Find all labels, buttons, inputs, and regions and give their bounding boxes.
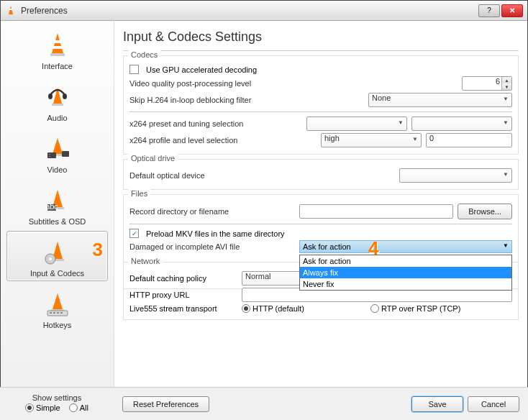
- sidebar-item-subtitles[interactable]: abc Subtitles & OSD: [6, 179, 108, 229]
- svg-rect-16: [62, 151, 69, 157]
- live555-label: Live555 stream transport: [129, 304, 237, 313]
- x264-preset-select[interactable]: [306, 117, 407, 131]
- gpu-label: Use GPU accelerated decoding: [146, 65, 257, 74]
- svg-rect-13: [47, 152, 56, 158]
- sidebar-item-label: Subtitles & OSD: [29, 217, 86, 226]
- avi-dropdown-list: Ask for action Always fix Never fix: [299, 255, 512, 291]
- sidebar-item-label: Audio: [47, 114, 67, 122]
- annotation-3: 3: [93, 239, 103, 261]
- cone-subtitles-icon: abc: [42, 184, 73, 216]
- svg-rect-31: [60, 312, 63, 314]
- svg-point-9: [48, 93, 53, 99]
- group-title: Files: [128, 189, 150, 198]
- x264-preset-label: x264 preset and tuning selection: [129, 119, 295, 128]
- preload-checkbox[interactable]: ✓: [129, 229, 139, 238]
- avi-label: Damaged or incomplete AVI file: [129, 242, 295, 251]
- bottom-bar: Show settings Simple All Reset Preferenc…: [0, 387, 528, 420]
- all-radio[interactable]: All: [69, 403, 88, 412]
- avi-select[interactable]: Ask for action ▼: [299, 240, 512, 253]
- http-radio[interactable]: HTTP (default): [242, 304, 304, 313]
- spin-up[interactable]: ▲: [502, 77, 511, 83]
- cone-film-icon: [42, 132, 73, 164]
- svg-rect-4: [50, 53, 65, 56]
- gpu-checkbox[interactable]: [129, 65, 139, 74]
- svg-rect-14: [49, 154, 50, 155]
- close-button[interactable]: ✕: [501, 4, 523, 17]
- avi-option-never-fix[interactable]: Never fix: [300, 278, 511, 290]
- sidebar-item-label: Hotkeys: [43, 321, 72, 329]
- app-icon: [5, 5, 17, 17]
- sidebar-item-label: Video: [47, 165, 68, 174]
- window-title: Preferences: [21, 6, 478, 16]
- svg-marker-11: [53, 138, 63, 154]
- skip-label: Skip H.264 in-loop deblocking filter: [129, 96, 295, 104]
- sidebar-item-input-codecs[interactable]: Input & Codecs 3: [6, 231, 108, 281]
- titlebar: Preferences ? ✕: [1, 1, 527, 21]
- svg-marker-25: [53, 293, 63, 309]
- record-label: Record directory or filename: [129, 207, 295, 216]
- sidebar-item-label: Interface: [42, 62, 73, 70]
- svg-rect-30: [57, 312, 59, 314]
- svg-rect-8: [52, 104, 63, 106]
- optical-default-select[interactable]: [399, 168, 512, 183]
- group-title: Network: [128, 257, 163, 265]
- cone-keyboard-icon: [42, 288, 73, 319]
- window-body: Interface Audio Video abc Subtitles & OS…: [1, 21, 527, 419]
- show-settings: Show settings Simple All: [0, 393, 114, 415]
- x264-profile-select[interactable]: high: [321, 133, 422, 147]
- group-title: Codecs: [128, 50, 160, 59]
- sidebar-item-video[interactable]: Video: [6, 127, 108, 178]
- x264-tuning-select[interactable]: [411, 117, 512, 131]
- optical-default-label: Default optical device: [129, 171, 295, 180]
- browse-button[interactable]: Browse...: [458, 204, 512, 219]
- svg-rect-28: [50, 312, 52, 314]
- content-area: Input & Codecs Settings Codecs Use GPU a…: [114, 21, 527, 419]
- preferences-window: Preferences ? ✕ Interface Audio Video ab…: [0, 0, 528, 420]
- cone-icon: [42, 29, 73, 60]
- codecs-group: Codecs Use GPU accelerated decoding Vide…: [123, 55, 519, 155]
- proxy-label: HTTP proxy URL: [129, 291, 237, 299]
- group-title: Optical drive: [128, 154, 178, 163]
- optical-group: Optical drive Default optical device: [123, 159, 519, 190]
- skip-select[interactable]: None: [368, 93, 512, 107]
- help-button[interactable]: ?: [478, 4, 500, 17]
- cache-label: Default caching policy: [129, 274, 237, 283]
- svg-point-24: [49, 257, 52, 260]
- show-settings-title: Show settings: [32, 393, 81, 402]
- svg-rect-6: [53, 46, 63, 49]
- avi-option-ask[interactable]: Ask for action: [300, 255, 511, 267]
- x264-level-input[interactable]: 0: [426, 133, 512, 147]
- cone-disc-icon: [42, 236, 73, 268]
- vq-value: 6: [496, 77, 500, 86]
- spin-down[interactable]: ▼: [502, 83, 511, 90]
- record-input[interactable]: [299, 204, 453, 219]
- vq-label: Video quality post-processing level: [129, 79, 295, 88]
- svg-rect-15: [49, 156, 50, 157]
- x264-profile-label: x264 profile and level selection: [129, 136, 295, 145]
- cancel-button[interactable]: Cancel: [468, 396, 519, 412]
- svg-rect-5: [54, 40, 61, 43]
- preload-label: Preload MKV files in the same directory: [146, 229, 285, 238]
- svg-rect-29: [53, 312, 55, 314]
- vq-spinbox[interactable]: 6 ▲▼: [462, 76, 512, 91]
- save-button[interactable]: Save: [411, 396, 463, 412]
- cone-headphones-icon: [42, 81, 73, 112]
- rtp-radio[interactable]: RTP over RTSP (TCP): [370, 304, 460, 313]
- svg-text:abc: abc: [45, 202, 58, 211]
- avi-option-always-fix[interactable]: Always fix: [300, 267, 511, 278]
- sidebar-item-label: Input & Codecs: [30, 269, 84, 278]
- sidebar-item-interface[interactable]: Interface: [6, 24, 108, 74]
- simple-radio[interactable]: Simple: [25, 403, 60, 412]
- divider: [123, 50, 519, 51]
- reset-button[interactable]: Reset Preferences: [122, 396, 209, 412]
- svg-rect-1: [8, 14, 14, 16]
- svg-rect-2: [9, 9, 12, 10]
- page-title: Input & Codecs Settings: [123, 29, 519, 45]
- sidebar: Interface Audio Video abc Subtitles & OS…: [1, 21, 114, 419]
- sidebar-item-audio[interactable]: Audio: [6, 76, 108, 126]
- sidebar-item-hotkeys[interactable]: Hotkeys: [6, 283, 108, 333]
- svg-point-10: [63, 93, 67, 99]
